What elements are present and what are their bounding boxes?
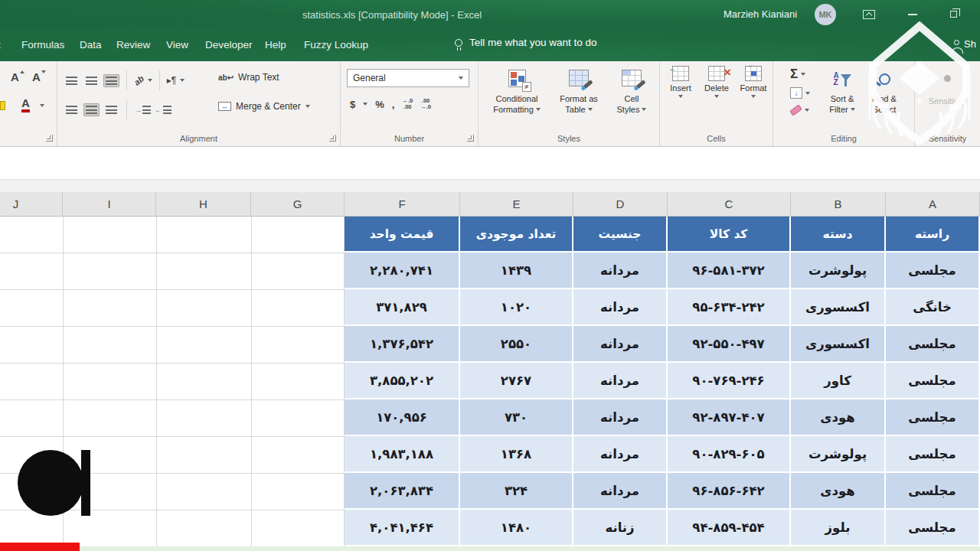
tab-review[interactable]: Review — [116, 39, 150, 51]
number-format-select[interactable]: General — [347, 69, 469, 87]
cell-unit-price[interactable]: ۳,۸۵۵,۲۰۲ — [345, 363, 460, 398]
tab-partial[interactable]: t — [0, 39, 1, 51]
align-bottom-button[interactable] — [103, 74, 119, 87]
cell-line[interactable]: خانگی — [886, 289, 980, 324]
shrink-font-button[interactable]: A — [32, 70, 46, 83]
cell-unit-price[interactable]: ۲,۰۶۳,۸۳۴ — [345, 473, 460, 508]
font-dialog-launcher-icon[interactable] — [46, 135, 53, 142]
tab-data[interactable]: Data — [80, 39, 102, 51]
sort-filter-button[interactable]: AZ Sort & Filter — [821, 66, 864, 115]
table-header-product-code[interactable]: کد کالا — [668, 217, 791, 251]
increase-decimal-button[interactable]: ←.0 .00 — [402, 98, 413, 110]
cell-line[interactable]: مجلسی — [886, 399, 980, 435]
font-color-dropdown-icon[interactable] — [40, 104, 44, 107]
cell-unit-price[interactable]: ۳۷۱,۸۲۹ — [345, 289, 460, 324]
table-header-line[interactable]: راسته — [886, 217, 980, 251]
align-center-button[interactable] — [83, 103, 100, 116]
cell-category[interactable]: بلوز — [791, 510, 886, 545]
font-color-button[interactable]: A — [21, 96, 30, 112]
column-header-d[interactable]: D — [573, 192, 668, 216]
cell-product-code[interactable]: ۹۰-۷۶۹-۲۴۶ — [668, 363, 791, 398]
minimize-button[interactable] — [908, 14, 917, 15]
table-header-gender[interactable]: جنسیت — [573, 217, 668, 251]
cell-category[interactable]: اکسسوری — [791, 326, 886, 361]
cell-unit-price[interactable]: ۴,۰۴۱,۴۶۴ — [345, 510, 460, 545]
orientation-dropdown-icon[interactable] — [148, 79, 152, 82]
cell-gender[interactable]: مردانه — [573, 473, 668, 508]
column-header-i[interactable]: I — [63, 192, 156, 216]
format-cells-button[interactable]: ↔ Format — [737, 66, 770, 98]
decrease-indent-button[interactable]: ← — [155, 106, 172, 114]
insert-cells-button[interactable]: ← Insert — [665, 66, 697, 98]
cell-gender[interactable]: مردانه — [573, 289, 668, 324]
cell-unit-price[interactable]: ۱,۳۷۶,۵۴۲ — [345, 326, 460, 361]
tab-view[interactable]: View — [166, 39, 188, 51]
tab-developer[interactable]: Developer — [205, 39, 253, 51]
avatar[interactable]: MK — [815, 4, 836, 25]
merge-center-button[interactable]: ↔ Merge & Center — [218, 101, 310, 112]
tab-fuzzy-lookup[interactable]: Fuzzy Lookup — [304, 39, 368, 51]
accounting-dropdown-icon[interactable] — [363, 103, 368, 106]
cell-stock-count[interactable]: ۱۴۳۹ — [460, 253, 573, 288]
cell-line[interactable]: مجلسی — [886, 473, 980, 508]
cell-product-code[interactable]: ۹۴-۸۵۹-۴۵۴ — [668, 510, 791, 545]
cell-unit-price[interactable]: ۱۷۰,۹۵۶ — [345, 399, 460, 435]
column-header-h[interactable]: H — [156, 192, 251, 216]
text-direction-icon[interactable]: ▸¶ — [167, 75, 176, 86]
fill-color-icon[interactable] — [0, 101, 5, 110]
cell-stock-count[interactable]: ۳۲۴ — [460, 473, 573, 508]
cell-gender[interactable]: مردانه — [573, 399, 668, 435]
orientation-icon[interactable]: ab — [132, 73, 146, 86]
sensitivity-button[interactable]: Sensitivity — [915, 96, 980, 106]
cell-gender[interactable]: زنانه — [573, 510, 668, 545]
cell-line[interactable]: مجلسی — [886, 326, 980, 361]
cell-line[interactable]: مجلسی — [886, 363, 980, 398]
ribbon-display-options-icon[interactable] — [863, 10, 875, 19]
grow-font-button[interactable]: A — [11, 70, 24, 83]
column-header-e[interactable]: E — [460, 192, 573, 216]
column-header-b[interactable]: B — [791, 192, 886, 216]
cell-category[interactable]: پولوشرت — [791, 253, 886, 288]
cell-stock-count[interactable]: ۲۵۵۰ — [460, 326, 573, 361]
tab-help[interactable]: Help — [265, 39, 286, 51]
align-middle-button[interactable] — [83, 74, 100, 87]
column-header-a[interactable]: A — [886, 192, 980, 216]
formula-bar[interactable] — [0, 148, 980, 180]
cell-line[interactable]: مجلسی — [886, 436, 980, 471]
format-as-table-button[interactable]: Format as Table — [550, 66, 607, 115]
cell-gender[interactable]: مردانه — [573, 326, 668, 361]
cell-product-code[interactable]: ۹۶-۸۵۶-۶۴۲ — [668, 473, 791, 508]
alignment-dialog-launcher-icon[interactable] — [329, 135, 336, 142]
conditional-formatting-button[interactable]: ≠ Conditional Formatting — [486, 66, 547, 115]
cell-stock-count[interactable]: ۷۳۰ — [460, 399, 573, 435]
comma-style-button[interactable]: , — [392, 99, 395, 110]
clear-button[interactable] — [790, 107, 809, 113]
cell-gender[interactable]: مردانه — [573, 253, 668, 288]
table-header-stock-count[interactable]: تعداد موجودی — [460, 217, 573, 251]
wrap-text-button[interactable]: ab↩ Wrap Text — [218, 72, 279, 83]
tab-formulas[interactable]: Formulas — [21, 39, 64, 51]
delete-cells-button[interactable]: × Delete — [700, 66, 733, 98]
cell-stock-count[interactable]: ۱۰۲۰ — [460, 289, 573, 324]
align-left-button[interactable] — [64, 103, 80, 116]
tell-me-box[interactable]: Tell me what you want to do — [455, 37, 597, 48]
decrease-decimal-button[interactable]: .00 →.0 — [420, 98, 431, 110]
text-direction-dropdown-icon[interactable] — [180, 79, 185, 82]
cell-product-code[interactable]: ۹۶-۵۸۱-۳۷۲ — [668, 253, 791, 288]
align-top-button[interactable] — [64, 74, 80, 87]
cell-category[interactable]: پولوشرت — [791, 436, 886, 471]
number-dialog-launcher-icon[interactable] — [467, 135, 474, 142]
cell-unit-price[interactable]: ۱,۹۸۳,۱۸۸ — [345, 436, 460, 471]
table-header-category[interactable]: دسته — [791, 217, 886, 251]
cell-stock-count[interactable]: ۲۷۶۷ — [460, 363, 573, 398]
align-right-button[interactable] — [103, 103, 119, 116]
cell-stock-count[interactable]: ۱۳۶۸ — [460, 436, 573, 471]
increase-indent-button[interactable]: → — [134, 106, 151, 114]
find-select-button[interactable]: Find & Select — [864, 66, 905, 115]
accounting-format-button[interactable]: $ — [350, 99, 355, 110]
cell-line[interactable]: مجلسی — [886, 253, 980, 288]
cell-category[interactable]: کاور — [791, 363, 886, 398]
cell-category[interactable]: اکسسوری — [791, 289, 886, 324]
share-button[interactable]: Sh — [954, 38, 976, 50]
autosum-button[interactable]: Σ — [790, 67, 805, 80]
